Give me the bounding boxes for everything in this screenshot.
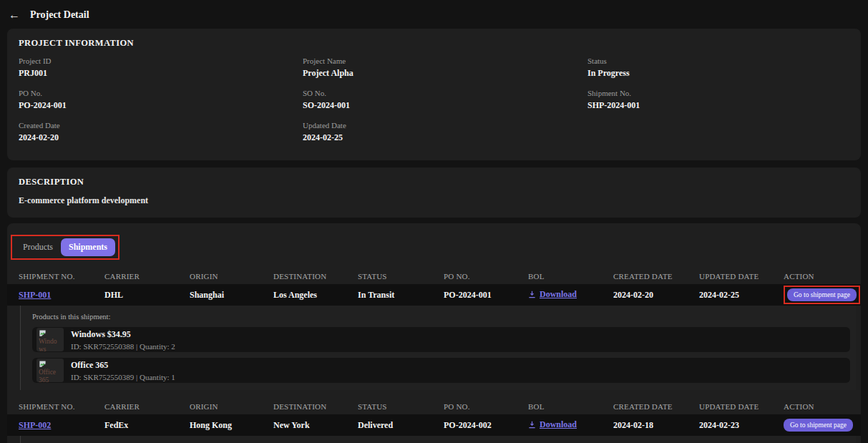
field-project-name: Project Name Project Alpha <box>303 57 587 79</box>
origin-cell: Hong Kong <box>190 420 273 431</box>
field-value: 2024-02-20 <box>19 132 303 143</box>
tab-products[interactable]: Products <box>15 238 61 256</box>
field-value: In Progress <box>587 68 849 79</box>
field-value: PRJ001 <box>19 68 303 79</box>
column-header: DESTINATION <box>273 272 358 281</box>
product-image-alt-text: Windows $34.95 <box>39 338 62 351</box>
field-so-no: SO No. SO-2024-001 <box>303 89 587 111</box>
bol-download-label: Download <box>540 289 577 300</box>
field-label: Shipment No. <box>587 89 849 97</box>
shipment-block-1: SHIPMENT NO. CARRIER ORIGIN DESTINATION … <box>7 268 861 390</box>
created-date-cell: 2024-02-20 <box>613 290 699 301</box>
broken-image-icon <box>39 360 47 368</box>
column-header: CREATED DATE <box>613 402 699 411</box>
product-meta: ID: SKR752550388 | Quantity: 2 <box>71 342 175 351</box>
column-header: SHIPMENT NO. <box>19 402 104 411</box>
created-date-cell: 2024-02-18 <box>613 420 699 431</box>
project-information-grid: Project ID PRJ001 Project Name Project A… <box>19 57 849 153</box>
column-header: PO NO. <box>444 402 528 411</box>
download-icon <box>528 421 536 429</box>
po-no-cell: PO-2024-001 <box>444 290 528 301</box>
description-text: E-commerce platform development <box>19 195 849 206</box>
product-item: Windows $34.95 Windows $34.95 ID: SKR752… <box>32 327 850 352</box>
carrier-cell: FedEx <box>104 420 190 431</box>
field-created-date: Created Date 2024-02-20 <box>19 121 303 143</box>
shipments-table-header: SHIPMENT NO. CARRIER ORIGIN DESTINATION … <box>7 268 861 284</box>
description-card: DESCRIPTION E-commerce platform developm… <box>7 167 861 218</box>
field-label: PO No. <box>19 89 303 97</box>
column-header: ACTION <box>784 272 861 281</box>
column-header: BOL <box>528 402 613 411</box>
column-header: UPDATED DATE <box>699 402 784 411</box>
shipment-block-2: SHIPMENT NO. CARRIER ORIGIN DESTINATION … <box>7 399 861 443</box>
column-header: PO NO. <box>444 272 528 281</box>
column-header: SHIPMENT NO. <box>19 272 104 281</box>
column-header: BOL <box>528 272 613 281</box>
products-in-shipment-label: Products in this shipment: <box>32 313 850 321</box>
field-label: Project Name <box>303 57 587 65</box>
field-label: Updated Date <box>303 121 587 130</box>
column-header: UPDATED DATE <box>699 272 784 281</box>
field-updated-date: Updated Date 2024-02-25 <box>303 121 587 143</box>
product-thumbnail: Office 365 <box>36 359 64 382</box>
page-title: Project Detail <box>30 9 89 21</box>
field-value: 2024-02-25 <box>303 132 587 143</box>
updated-date-cell: 2024-02-25 <box>699 290 784 301</box>
download-icon <box>528 291 536 298</box>
field-label: SO No. <box>303 89 587 97</box>
po-no-cell: PO-2024-002 <box>444 420 528 431</box>
back-icon[interactable]: ← <box>9 9 20 21</box>
go-to-shipment-page-button[interactable]: Go to shipment page <box>784 419 853 432</box>
status-cell: In Transit <box>358 290 444 301</box>
column-header: STATUS <box>358 272 444 281</box>
destination-cell: New York <box>273 420 358 431</box>
product-name: Windows $34.95 <box>71 329 175 340</box>
column-header: DESTINATION <box>273 402 358 411</box>
field-value: Project Alpha <box>303 68 587 79</box>
field-status: Status In Progress <box>587 57 849 79</box>
column-header: CARRIER <box>104 402 190 411</box>
description-heading: DESCRIPTION <box>19 177 849 188</box>
project-information-card: PROJECT INFORMATION Project ID PRJ001 Pr… <box>7 29 861 160</box>
shipments-table-header: SHIPMENT NO. CARRIER ORIGIN DESTINATION … <box>7 399 861 414</box>
status-cell: Delivered <box>358 420 444 431</box>
tab-shipments[interactable]: Shipments <box>61 238 115 256</box>
shipment-products-panel: Products in this shipment: Windows $34.9… <box>20 436 856 443</box>
shipment-row: SHP-001 DHL Shanghai Los Angeles In Tran… <box>7 284 861 306</box>
product-name: Office 365 <box>71 360 175 371</box>
bol-download-link[interactable]: Download <box>528 419 577 430</box>
product-thumbnail: Windows $34.95 <box>36 328 64 351</box>
field-label: Status <box>587 57 849 65</box>
field-value: PO-2024-001 <box>19 100 303 111</box>
go-to-shipment-page-button[interactable]: Go to shipment page <box>787 288 857 301</box>
shipment-row: SHP-002 FedEx Hong Kong New York Deliver… <box>7 414 861 436</box>
column-header: ORIGIN <box>190 272 273 281</box>
broken-image-icon <box>39 329 47 337</box>
field-value: SO-2024-001 <box>303 100 587 111</box>
shipment-no-link[interactable]: SHP-001 <box>19 290 51 300</box>
field-label: Project ID <box>19 57 303 65</box>
product-image-alt-text: Office 365 <box>39 369 62 382</box>
field-label: Created Date <box>19 121 303 130</box>
updated-date-cell: 2024-02-23 <box>699 420 784 431</box>
destination-cell: Los Angeles <box>273 290 358 301</box>
product-item: Office 365 Office 365 ID: SKR752550389 |… <box>32 358 850 383</box>
column-header: ORIGIN <box>190 402 273 411</box>
project-information-heading: PROJECT INFORMATION <box>19 38 849 49</box>
bol-download-label: Download <box>540 419 577 430</box>
column-header: CARRIER <box>104 272 190 281</box>
action-annotation-box: Go to shipment page <box>784 286 860 304</box>
page-header: ← Project Detail <box>0 0 868 29</box>
column-header: CREATED DATE <box>613 272 699 281</box>
carrier-cell: DHL <box>104 290 190 301</box>
column-header: ACTION <box>784 402 861 411</box>
origin-cell: Shanghai <box>190 290 273 301</box>
field-shipment-no: Shipment No. SHP-2024-001 <box>587 89 849 111</box>
product-meta: ID: SKR752550389 | Quantity: 1 <box>71 373 175 381</box>
field-project-id: Project ID PRJ001 <box>19 57 303 79</box>
shipment-no-link[interactable]: SHP-002 <box>19 420 51 430</box>
tabs-annotation-box: Products Shipments <box>11 235 120 260</box>
bol-download-link[interactable]: Download <box>528 289 577 300</box>
shipment-products-panel: Products in this shipment: Windows $34.9… <box>20 306 856 390</box>
field-value: SHP-2024-001 <box>587 100 849 111</box>
